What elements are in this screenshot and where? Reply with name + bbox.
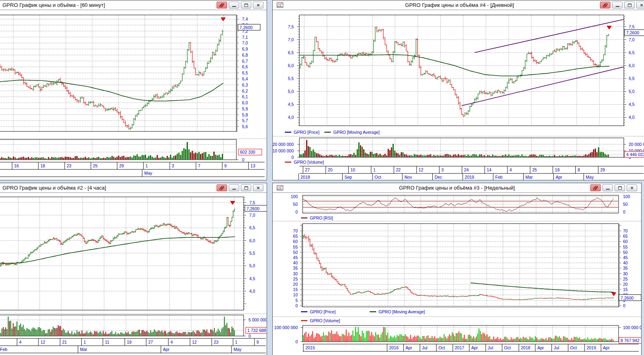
date-period-label: 2015 (305, 345, 315, 350)
date-tick-label: 10 (350, 167, 355, 172)
link-button[interactable] (600, 2, 610, 8)
date-period-label: 2018 (301, 175, 310, 180)
window-title: GPRO График цены и объёма #2 - [4 часа] (2, 185, 106, 191)
y-tick-label: 5 (295, 298, 298, 303)
y-tick-label: 65 (623, 234, 628, 239)
y-tick-label: 5,0 (629, 89, 635, 94)
y-tick-label: 40 (293, 260, 298, 265)
y-tick-label: 7,0 (629, 37, 635, 42)
y-tick-label: 6,0 (249, 238, 255, 243)
chart-canvas: 7070656560605555505045454040353530302525… (273, 193, 641, 355)
current-price-label: 7,2600 (621, 296, 633, 300)
y-tick-label: 6,5 (629, 50, 635, 55)
date-period-label: May (234, 347, 242, 352)
link-button[interactable] (217, 2, 227, 8)
close-button[interactable]: × (253, 184, 263, 191)
link-button[interactable] (590, 184, 601, 191)
y-tick-label: 5,0 (249, 263, 255, 268)
titlebar[interactable]: GPRO График цены и объёма #4 - [Дневной]… (273, 0, 644, 10)
legend-label: GPRO [Volume] (310, 318, 340, 323)
chain-link-icon (602, 3, 608, 7)
y-tick-label: 7,0 (242, 40, 248, 45)
chart-icon (277, 2, 283, 8)
y-tick-label: 30 (293, 271, 298, 276)
date-period-label: Jul (554, 345, 559, 350)
volume-tick-label: 0 (295, 339, 298, 344)
date-tick-label: 12 (192, 340, 197, 344)
current-price-label: 7,2600 (626, 30, 639, 35)
y-tick-label: 55 (293, 245, 298, 249)
volume-tick-label: 10 000 000 (273, 148, 294, 153)
date-tick-label: 7 (198, 163, 200, 168)
y-tick-label: 0 (623, 303, 625, 308)
date-tick-label: 25 (93, 163, 98, 168)
chart-body: 7,57,57,07,06,56,56,06,05,55,55,05,04,54… (273, 10, 644, 180)
restore-icon (618, 186, 622, 190)
restore-button[interactable] (624, 2, 635, 8)
y-tick-label: 60 (293, 239, 298, 244)
date-tick-label: 14 (487, 167, 492, 172)
chart-window-daily: GPRO График цены и объёма #4 - [Дневной]… (272, 0, 644, 180)
close-button[interactable]: × (636, 2, 644, 8)
date-tick-label: 20 (328, 167, 333, 172)
date-period-label: Feb (495, 175, 503, 180)
y-tick-label: 45 (293, 255, 298, 260)
volume-tick-label: 0 (291, 155, 294, 160)
y-tick-label: 5,7 (242, 118, 248, 123)
titlebar[interactable]: GPRO График цены и объёма #3 - [Недельны… (273, 183, 641, 193)
y-tick-label: 65 (293, 234, 298, 239)
minimize-button[interactable] (229, 2, 239, 8)
date-period-label: Oct (438, 345, 445, 350)
date-period-label: 2019 (465, 175, 474, 180)
date-period-label: May (586, 175, 594, 180)
current-volume-label: 4 446 023 (626, 152, 644, 157)
y-tick-label: 6,2 (242, 89, 248, 93)
date-period-label: Oct (570, 345, 577, 350)
minimize-button[interactable] (602, 184, 613, 191)
chart-canvas: 7,57,06,56,05,55,04,54,05 000 0000412211… (0, 193, 267, 355)
y-tick-label: 6,0 (242, 100, 248, 105)
legend-label: GPRO [Price] (310, 309, 336, 314)
y-tick-label: 25 (293, 277, 298, 281)
date-period-label: Apr (163, 347, 170, 352)
rsi-tick-label: 50 (293, 202, 298, 207)
date-tick-label: 27 (305, 167, 310, 172)
restore-button[interactable] (241, 184, 251, 191)
legend-label: GPRO [Volume] (294, 160, 324, 165)
minimize-button[interactable] (229, 184, 239, 191)
date-period-label: May (144, 171, 153, 175)
date-tick-label: 27 (148, 340, 153, 344)
date-tick-label: 11 (105, 340, 109, 344)
y-tick-label: 4,5 (629, 102, 635, 107)
date-tick-label: 29 (119, 163, 124, 168)
minimize-button[interactable] (612, 2, 623, 8)
y-tick-label: 6,5 (242, 70, 248, 75)
y-tick-label: 5,0 (288, 89, 294, 94)
y-tick-label: 6,5 (288, 50, 294, 55)
titlebar[interactable]: GPRO График цены и объёма - [60 минут] × (0, 0, 267, 10)
link-button[interactable] (217, 184, 227, 191)
date-tick-label: 23 (67, 163, 72, 168)
titlebar[interactable]: GPRO График цены и объёма #2 - [4 часа] … (0, 183, 267, 193)
y-tick-label: 5,8 (242, 112, 248, 117)
date-period-label: 2016 (389, 345, 399, 350)
minimize-icon (232, 189, 236, 190)
date-tick-label: 9 (257, 340, 259, 344)
restore-button[interactable] (241, 2, 251, 8)
y-tick-label: 5,5 (249, 251, 255, 256)
y-tick-label: 5,9 (242, 106, 248, 111)
close-button[interactable]: × (253, 2, 263, 8)
close-button[interactable]: × (627, 184, 637, 191)
volume-tick-label: 5 000 000 (248, 317, 267, 322)
date-tick-label: 8 (578, 167, 580, 172)
minimize-icon (616, 6, 619, 7)
window-controls: × (600, 2, 644, 8)
y-tick-label: 7,5 (629, 24, 635, 29)
restore-button[interactable] (615, 184, 625, 191)
date-tick-label: 21 (62, 340, 67, 344)
window-title: GPRO График цены и объёма #4 - [Дневной] (273, 2, 644, 8)
date-tick-label: 4 (19, 340, 21, 344)
y-tick-label: 5,5 (288, 76, 294, 81)
y-tick-label: 7,5 (288, 24, 294, 29)
y-tick-label: 6,8 (242, 53, 248, 57)
